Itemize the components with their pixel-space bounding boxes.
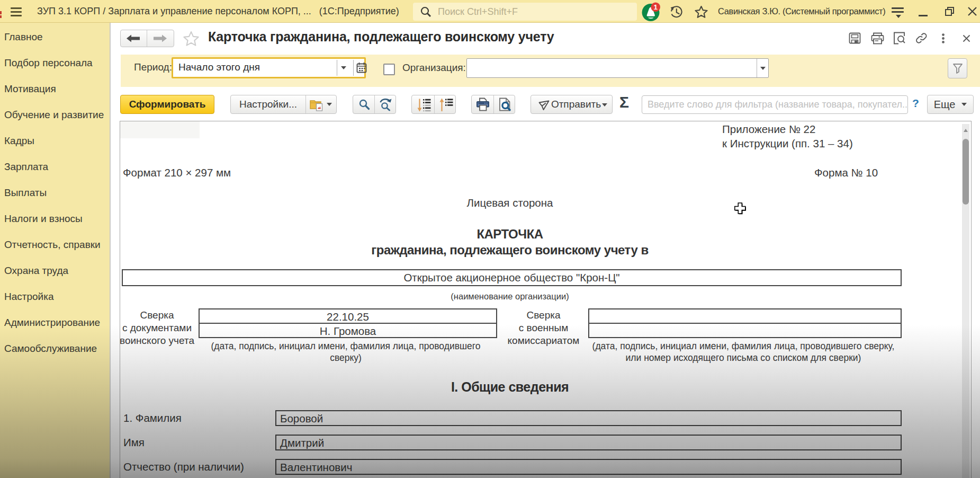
svg-text:1: 1: [653, 3, 658, 11]
